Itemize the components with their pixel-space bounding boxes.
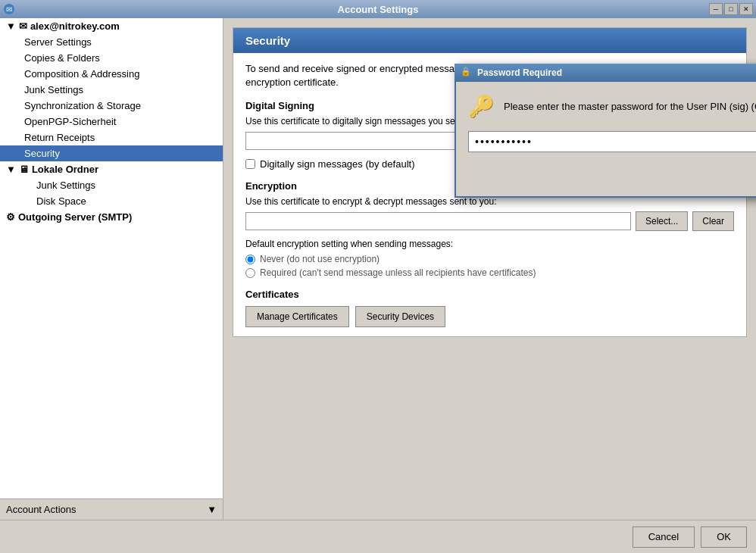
sidebar-item-return-receipts[interactable]: Return Receipts bbox=[0, 130, 223, 145]
sidebar-item-junk-settings[interactable]: Junk Settings bbox=[0, 82, 223, 98]
encryption-radio-required-row: Required (can't send message unless all … bbox=[245, 267, 734, 278]
encryption-radio-required-label: Required (can't send message unless all … bbox=[260, 267, 536, 278]
sidebar-item-label: Composition & Addressing bbox=[24, 68, 139, 80]
key-icon: 🔑 bbox=[468, 94, 495, 119]
bottom-bar: Cancel OK bbox=[0, 520, 756, 553]
sidebar-item-outgoing-smtp[interactable]: ⚙ Outgoing Server (SMTP) bbox=[0, 209, 223, 225]
dropdown-icon: ▼ bbox=[207, 504, 217, 515]
cancel-button[interactable]: Cancel bbox=[633, 526, 695, 548]
certificates-title: Certificates bbox=[245, 289, 734, 300]
dialog-body: 🔑 Please enter the master password for t… bbox=[455, 82, 756, 198]
dialog-message-row: 🔑 Please enter the master password for t… bbox=[468, 94, 756, 119]
encryption-cert-input[interactable] bbox=[245, 212, 631, 230]
dialog-icon: 🔒 bbox=[461, 67, 473, 79]
dialog-title: Password Required bbox=[477, 67, 562, 78]
close-button[interactable]: ✕ bbox=[739, 3, 753, 15]
smtp-icon: ⚙ bbox=[6, 211, 15, 223]
security-devices-button[interactable]: Security Devices bbox=[355, 306, 445, 327]
maximize-button[interactable]: □ bbox=[724, 3, 738, 15]
sidebar-item-server-settings[interactable]: Server Settings bbox=[0, 34, 223, 50]
encryption-desc: Use this certificate to encrypt & decryp… bbox=[245, 196, 734, 207]
sidebar-item-label: OpenPGP-Sicherheit bbox=[24, 116, 116, 127]
sidebar-item-disk-space[interactable]: Disk Space bbox=[0, 193, 223, 209]
sidebar-item-sync-storage[interactable]: Synchronization & Storage bbox=[0, 98, 223, 114]
encryption-clear-button[interactable]: Clear bbox=[692, 211, 734, 231]
account-actions-label: Account Actions bbox=[6, 504, 77, 515]
window-title: Account Settings bbox=[338, 4, 419, 15]
encryption-radio-required[interactable] bbox=[245, 268, 255, 278]
content-area: Security To send and receive signed or e… bbox=[223, 18, 756, 520]
sidebar-item-copies-folders[interactable]: Copies & Folders bbox=[0, 50, 223, 66]
password-dialog: 🔒 Password Required ─ □ ✕ 🔑 Please enter… bbox=[455, 64, 756, 198]
ok-button[interactable]: OK bbox=[701, 526, 747, 548]
dialog-titlebar: 🔒 Password Required ─ □ ✕ bbox=[455, 64, 756, 82]
sidebar-item-alex-account[interactable]: ▼ ✉ alex@nitrokey.com bbox=[0, 18, 223, 34]
security-title: Security bbox=[245, 34, 290, 47]
sidebar-item-label: Copies & Folders bbox=[24, 52, 100, 64]
security-header: Security bbox=[233, 28, 746, 53]
sidebar-item-label: Return Receipts bbox=[24, 132, 95, 143]
folder-icon: 🖥 bbox=[19, 164, 29, 175]
encryption-radio-never[interactable] bbox=[245, 255, 255, 264]
minimize-button[interactable]: ─ bbox=[709, 3, 723, 15]
sidebar-item-label: Junk Settings bbox=[36, 180, 95, 191]
manage-certificates-button[interactable]: Manage Certificates bbox=[245, 306, 349, 327]
cert-buttons: Manage Certificates Security Devices bbox=[245, 306, 734, 327]
sidebar: ▼ ✉ alex@nitrokey.com Server Settings Co… bbox=[0, 18, 223, 520]
sidebar-item-composition[interactable]: Composition & Addressing bbox=[0, 66, 223, 82]
sidebar-item-label: Lokale Ordner bbox=[32, 164, 98, 175]
encryption-radio-never-row: Never (do not use encryption) bbox=[245, 254, 734, 264]
account-tree: ▼ ✉ alex@nitrokey.com Server Settings Co… bbox=[0, 18, 223, 498]
sidebar-item-label: Outgoing Server (SMTP) bbox=[18, 211, 132, 223]
email-icon: ✉ bbox=[19, 20, 27, 32]
digital-signing-checkbox-label: Digitally sign messages (by default) bbox=[260, 158, 414, 170]
app-icon: ✉ bbox=[3, 3, 15, 15]
encryption-radio-never-label: Never (do not use encryption) bbox=[260, 254, 380, 264]
sidebar-item-security[interactable]: Security bbox=[0, 145, 223, 161]
window-controls: ─ □ ✕ bbox=[709, 3, 753, 15]
dialog-buttons: Cancel OK bbox=[468, 164, 756, 184]
sidebar-item-lokale-ordner[interactable]: ▼ 🖥 Lokale Ordner bbox=[0, 161, 223, 177]
encryption-cert-row: Select... Clear bbox=[245, 211, 734, 231]
svg-text:✉: ✉ bbox=[6, 5, 12, 14]
sidebar-item-label: Disk Space bbox=[36, 195, 86, 207]
encryption-select-button[interactable]: Select... bbox=[636, 211, 688, 231]
title-bar: ✉ Account Settings ─ □ ✕ bbox=[0, 0, 756, 18]
sidebar-item-junk-settings2[interactable]: Junk Settings bbox=[0, 177, 223, 193]
dialog-message: Please enter the master password for the… bbox=[504, 101, 756, 112]
digital-signing-checkbox[interactable] bbox=[245, 159, 255, 169]
account-actions-bar[interactable]: Account Actions ▼ bbox=[0, 498, 223, 520]
expand-icon: ▼ bbox=[6, 164, 16, 175]
sidebar-item-label: Synchronization & Storage bbox=[24, 100, 141, 111]
expand-icon: ▼ bbox=[6, 20, 16, 32]
sidebar-item-label: Server Settings bbox=[24, 36, 92, 48]
password-input[interactable] bbox=[468, 131, 756, 152]
sidebar-item-openpgp[interactable]: OpenPGP-Sicherheit bbox=[0, 114, 223, 130]
sidebar-item-label: alex@nitrokey.com bbox=[30, 20, 120, 32]
certificates-section: Certificates Manage Certificates Securit… bbox=[245, 289, 734, 327]
encryption-default-label: Default encryption setting when sending … bbox=[245, 239, 734, 249]
sidebar-item-label: Junk Settings bbox=[24, 84, 83, 95]
sidebar-item-label: Security bbox=[24, 148, 60, 159]
